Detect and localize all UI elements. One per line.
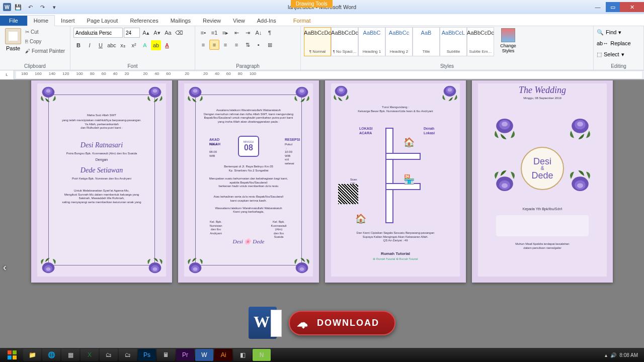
cut-button[interactable]: ✂ Cut	[25, 27, 65, 36]
style-item[interactable]: AaBbCcLSubtitle	[440, 27, 467, 56]
grow-font-icon[interactable]: A▴	[141, 28, 151, 38]
tray-network-icon[interactable]: 🔊	[610, 352, 616, 358]
task-app-icon[interactable]: ◧	[233, 349, 252, 361]
p2-salam: Assalamu'alaikum Warahmatullahi Wabaraka…	[178, 109, 319, 124]
restore-button[interactable]: ▭	[606, 2, 620, 12]
task-premiere-icon[interactable]: Pr	[176, 349, 194, 361]
prev-page-icon[interactable]: ‹	[3, 261, 7, 273]
style-gallery[interactable]: AaBbCcDc¶ NormalAaBbCcDc¶ No Spaci…AaBbC…	[304, 27, 494, 56]
superscript-icon[interactable]: x²	[129, 40, 139, 50]
task-word-icon[interactable]: W	[195, 349, 213, 361]
style-item[interactable]: AaBTitle	[413, 27, 440, 56]
quick-access-toolbar: W 💾 ↶ ↷ ▾	[0, 2, 62, 12]
tab-insert[interactable]: Insert	[55, 16, 81, 26]
flower-icon	[562, 167, 598, 197]
task-app-icon[interactable]: ▦	[61, 349, 79, 361]
text-effects-icon[interactable]: A	[140, 40, 150, 50]
underline-icon[interactable]: U	[96, 40, 106, 50]
qat-undo-icon[interactable]: ↶	[25, 2, 35, 12]
select-button[interactable]: ⬚ Select ▾	[597, 49, 631, 59]
line-spacing-icon[interactable]: ⇅	[243, 40, 253, 50]
borders-icon[interactable]: ⊞	[265, 40, 275, 50]
bullets-icon[interactable]: ≡•	[198, 28, 208, 38]
copy-button[interactable]: ⎘ Copy	[25, 37, 65, 46]
date-badge: MINGGU 08	[238, 136, 259, 157]
task-folder-icon[interactable]: 🗂	[100, 349, 118, 361]
highlight-icon[interactable]: ab	[151, 40, 161, 50]
task-notepad-icon[interactable]: N	[253, 349, 271, 361]
task-browser-icon[interactable]: 🌐	[42, 349, 60, 361]
task-calculator-icon[interactable]: 🖩	[157, 349, 175, 361]
ruler-corner[interactable]: L	[0, 70, 14, 79]
ribbon: Paste ✂ Cut ⎘ Copy 🖌 Format Painter Clip…	[0, 26, 644, 70]
show-marks-icon[interactable]: ¶	[265, 28, 275, 38]
multilevel-icon[interactable]: ≡▸	[220, 28, 230, 38]
paste-button[interactable]: Paste	[3, 27, 23, 52]
task-illustrator-icon[interactable]: Ai	[214, 349, 232, 361]
sort-icon[interactable]: A↓	[254, 28, 264, 38]
tab-view[interactable]: View	[227, 16, 251, 26]
house-icon: 🏠	[404, 137, 415, 148]
align-center-icon[interactable]: ≡	[209, 40, 219, 50]
change-styles-button[interactable]: Change Styles	[496, 27, 520, 54]
download-button[interactable]: ⬇DOWNLOAD	[289, 311, 395, 335]
tray-up-icon[interactable]: ▴	[605, 352, 607, 358]
outdent-icon[interactable]: ⇤	[231, 28, 242, 38]
task-photoshop-icon[interactable]: Ps	[138, 349, 156, 361]
tab-addins[interactable]: Add-Ins	[251, 16, 282, 26]
system-tray[interactable]: ▴ 🔊 8:08 AM	[605, 352, 642, 358]
horizontal-ruler[interactable]: 1801601401201008060402020406020204060801…	[16, 71, 642, 78]
qat-custom-icon[interactable]: ▾	[49, 2, 59, 12]
find-button[interactable]: 🔍 Find ▾	[597, 27, 631, 37]
start-button[interactable]	[2, 349, 22, 361]
p3-rumah: Rumah Tutorial	[325, 251, 466, 256]
close-button[interactable]: ✕	[620, 2, 644, 12]
bold-icon[interactable]: B	[73, 40, 84, 50]
tab-references[interactable]: References	[124, 16, 164, 26]
style-item[interactable]: AaBbCcHeading 2	[385, 27, 413, 56]
italic-icon[interactable]: I	[85, 40, 95, 50]
flower-icon	[36, 82, 60, 105]
style-item[interactable]: AaBbCcDcSubtle Em…	[467, 27, 494, 56]
p4-date: Minggu, 08 September 2019	[472, 97, 613, 101]
align-right-icon[interactable]: ≡	[220, 40, 230, 50]
font-size-combo[interactable]: 24	[124, 28, 140, 38]
style-item[interactable]: AaBbCcDc¶ No Spaci…	[331, 27, 358, 56]
minimize-button[interactable]: —	[590, 2, 606, 12]
shrink-font-icon[interactable]: A▾	[152, 28, 162, 38]
tab-mailings[interactable]: Mailings	[165, 16, 197, 26]
strike-icon[interactable]: abc	[107, 40, 117, 50]
tab-page-layout[interactable]: Page Layout	[81, 16, 124, 26]
tray-clock[interactable]: 8:08 AM	[619, 352, 638, 358]
p1-dengan: Dengan	[31, 158, 172, 162]
tab-file[interactable]: File	[0, 16, 27, 26]
change-case-icon[interactable]: Aa	[163, 28, 173, 38]
styles-group-label: Styles	[304, 63, 590, 69]
font-color-icon[interactable]: A	[162, 40, 172, 50]
format-painter-button[interactable]: 🖌 Format Painter	[25, 46, 65, 55]
task-explorer-icon[interactable]: 📁	[23, 349, 41, 361]
p2-resepsi-time: Pukul : 10.00 WIB s/d selesai	[269, 143, 304, 165]
font-name-combo[interactable]: Andaluzia Persc	[73, 28, 123, 38]
align-left-icon[interactable]: ≡	[198, 40, 208, 50]
word-app-icon[interactable]: W	[3, 3, 11, 11]
clear-format-icon[interactable]: ⌫	[174, 28, 184, 38]
shading-icon[interactable]: ▪	[254, 40, 264, 50]
numbering-icon[interactable]: ≡1	[209, 28, 219, 38]
flower-icon	[487, 167, 522, 197]
replace-button[interactable]: ab↔ Replace	[597, 38, 631, 48]
tab-home[interactable]: Home	[27, 15, 55, 26]
style-item[interactable]: AaBbCHeading 1	[358, 27, 385, 56]
tab-format[interactable]: Format	[287, 16, 317, 26]
task-folder-icon[interactable]: 🗂	[119, 349, 137, 361]
style-item[interactable]: AaBbCcDc¶ Normal	[304, 27, 331, 56]
justify-icon[interactable]: ≡	[231, 40, 242, 50]
qat-save-icon[interactable]: 💾	[13, 2, 23, 12]
qat-redo-icon[interactable]: ↷	[37, 2, 47, 12]
map-road	[385, 153, 421, 160]
find-label: Find	[606, 29, 616, 35]
subscript-icon[interactable]: x₂	[118, 40, 128, 50]
task-excel-icon[interactable]: X	[80, 349, 99, 361]
tab-review[interactable]: Review	[197, 16, 227, 26]
indent-icon[interactable]: ⇥	[243, 28, 253, 38]
